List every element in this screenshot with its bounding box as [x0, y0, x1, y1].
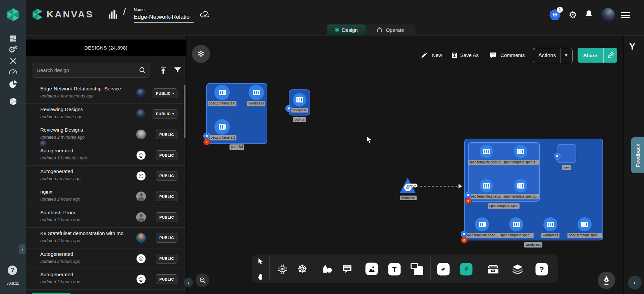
container-node[interactable]: [293, 93, 306, 106]
label-shape-tool-icon[interactable]: [411, 263, 423, 275]
freehand-draw-tool-icon[interactable]: ✎: [460, 263, 473, 276]
extensions-icon[interactable]: [8, 80, 17, 89]
chevron-down-icon[interactable]: ▼: [564, 53, 568, 58]
pen-path-tool-icon[interactable]: ✒: [437, 263, 450, 276]
container-node[interactable]: [475, 217, 489, 231]
kubernetes-badge[interactable]: ☸: [554, 153, 560, 160]
container-node[interactable]: [514, 179, 527, 193]
design-list-item[interactable]: nginx updated 2 hours ago PUBLIC: [26, 186, 186, 207]
select-tool-icon[interactable]: [258, 258, 264, 265]
container-node[interactable]: [514, 145, 527, 158]
pen-mode-button[interactable]: [598, 272, 615, 289]
error-count-badge[interactable]: 5: [465, 198, 472, 205]
help-button[interactable]: ?: [8, 266, 17, 275]
container-node[interactable]: [214, 119, 230, 135]
visibility-dropdown[interactable]: PUBLIC▾: [153, 109, 177, 119]
design-list-item[interactable]: Edge-Network-Relationship: Service updat…: [26, 83, 186, 104]
container-node[interactable]: [249, 85, 264, 100]
visibility-badge[interactable]: PUBLIC: [156, 171, 177, 181]
container-node[interactable]: [543, 217, 557, 231]
save-as-button[interactable]: Save As: [460, 52, 479, 58]
error-count-badge[interactable]: 3: [461, 237, 468, 243]
visibility-badge[interactable]: PUBLIC: [156, 150, 177, 160]
design-list-item[interactable]: Autogenerated updated 2 hours ago PUBLIC: [26, 248, 186, 269]
service-edge[interactable]: [416, 186, 459, 187]
visibility-badge[interactable]: PUBLIC: [156, 212, 177, 222]
validate-panel-icon[interactable]: Y: [629, 42, 635, 52]
performance-icon[interactable]: [9, 69, 17, 74]
search-input[interactable]: [32, 63, 138, 77]
container-node[interactable]: [214, 85, 230, 100]
kubernetes-badge[interactable]: ☸: [465, 192, 472, 199]
visibility-badge[interactable]: PUBLIC: [156, 130, 177, 139]
container-node[interactable]: [578, 217, 592, 231]
image-tool-icon[interactable]: [366, 263, 378, 275]
design-list-item[interactable]: Autogenerated updated 10 minutes ago PUB…: [26, 145, 186, 166]
import-drawer-tool-icon[interactable]: [487, 265, 499, 274]
text-tool-icon[interactable]: T: [388, 263, 401, 276]
error-count-badge[interactable]: 2: [203, 139, 210, 145]
visibility-badge[interactable]: PUBLIC: [156, 192, 177, 201]
design-name-input[interactable]: Edge-Network-Relatio: [134, 14, 190, 20]
panel-expand-handle[interactable]: ›: [19, 244, 25, 254]
actions-button[interactable]: Actions ▼: [533, 48, 573, 63]
node-spec-template-spec[interactable]: [468, 142, 540, 202]
lifecycle-gears-icon[interactable]: ⚙ ⚙: [8, 46, 18, 54]
filter-icon[interactable]: [173, 66, 182, 74]
list-scrollbar[interactable]: [184, 85, 185, 138]
comments-icon[interactable]: [489, 52, 497, 59]
design-list-item[interactable]: Santhosh-Prom updated 2 hours ago PUBLIC: [26, 207, 186, 228]
component-chip-tool-icon[interactable]: [277, 264, 288, 275]
canvas-menu-button[interactable]: ✻: [192, 45, 210, 63]
share-button[interactable]: Share: [578, 48, 617, 63]
design-list-item[interactable]: Autogenerated updated an hour ago PUBLIC: [26, 166, 186, 187]
design-list-item[interactable]: K8 Statefulset demonstration with mo upd…: [26, 228, 186, 248]
mouse-cursor: [366, 136, 373, 144]
comments-button[interactable]: Comments: [500, 52, 525, 58]
container-node[interactable]: [509, 217, 523, 231]
dashboard-icon[interactable]: [9, 34, 17, 43]
meshery-logo[interactable]: [5, 7, 21, 22]
rail-divider: [0, 32, 26, 32]
comment-tool-icon[interactable]: [342, 264, 352, 274]
pan-hand-tool-icon[interactable]: [258, 273, 265, 280]
help-tool-icon[interactable]: ?: [536, 263, 548, 276]
collapse-left-chevron[interactable]: ‹: [184, 278, 193, 287]
shapes-tool-icon[interactable]: [322, 265, 333, 274]
kubernetes-badge[interactable]: ☸: [203, 133, 210, 139]
tab-operate[interactable]: Operate: [366, 24, 415, 35]
design-search-box[interactable]: [32, 63, 150, 78]
visibility-badge[interactable]: PUBLIC: [156, 254, 177, 264]
design-list-item[interactable]: Reviewing Designs updated a minute ago P…: [26, 104, 186, 125]
collapse-right-chevron[interactable]: ‹: [628, 276, 642, 289]
tab-design[interactable]: ✱ Design: [327, 24, 366, 35]
toolkit-icon[interactable]: [9, 57, 17, 65]
feedback-tab[interactable]: Feedback: [631, 137, 644, 173]
zoom-button[interactable]: [196, 273, 209, 287]
visibility-badge[interactable]: PUBLIC: [156, 233, 177, 243]
settings-gear-icon[interactable]: ⚙: [569, 10, 577, 20]
user-avatar[interactable]: [601, 8, 615, 22]
save-as-icon[interactable]: [451, 52, 458, 59]
visibility-dropdown[interactable]: PUBLIC▾: [153, 88, 177, 98]
kubernetes-tool-icon[interactable]: ☸: [297, 263, 307, 275]
upload-design-icon[interactable]: [159, 66, 167, 75]
container-node[interactable]: [480, 145, 493, 158]
notifications-bell-icon[interactable]: [585, 10, 593, 19]
new-button[interactable]: New: [432, 52, 442, 58]
node-spec[interactable]: [557, 144, 576, 163]
new-design-icon[interactable]: [421, 52, 427, 59]
design-list-item[interactable]: Autogenerated updated 2 hours ago PUBLIC: [26, 269, 186, 290]
container-node[interactable]: [480, 179, 493, 193]
layers-tool-icon[interactable]: [512, 264, 523, 274]
menu-hamburger-icon[interactable]: [621, 12, 630, 20]
design-list-item[interactable]: Reviewing Designs updated 2 minutes ago …: [26, 124, 186, 145]
search-icon[interactable]: [139, 66, 146, 74]
kubernetes-badge[interactable]: ☸: [461, 231, 468, 237]
design-title: Autogenerated: [40, 272, 73, 277]
kanvas-icon[interactable]: [8, 97, 17, 106]
organization-icon[interactable]: [107, 9, 119, 20]
kubernetes-badge[interactable]: ☸: [285, 105, 292, 112]
copy-link-icon[interactable]: [607, 52, 614, 59]
visibility-badge[interactable]: PUBLIC: [156, 274, 177, 284]
